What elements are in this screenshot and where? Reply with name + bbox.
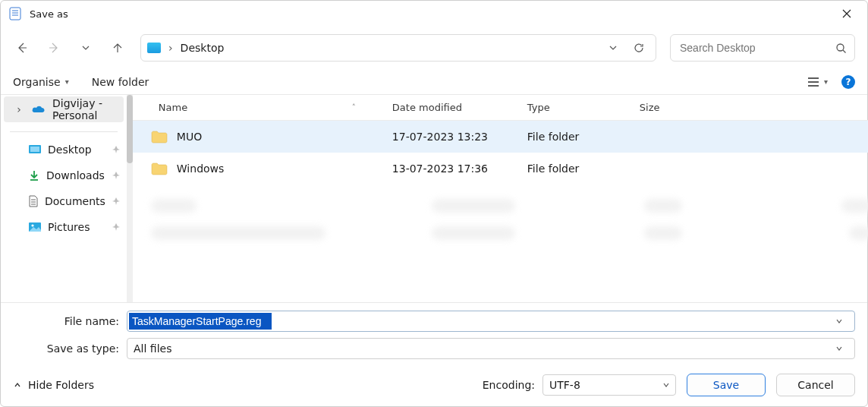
bottom-bar: Hide Folders Encoding: UTF-8 Save Cancel bbox=[1, 364, 867, 406]
nav-forward-button[interactable] bbox=[45, 39, 63, 57]
caret-down-icon: ▾ bbox=[65, 77, 69, 86]
save-as-type-label: Save as type: bbox=[13, 342, 119, 355]
sidebar-item-label: Desktop bbox=[48, 144, 105, 156]
chevron-up-icon bbox=[13, 380, 22, 390]
file-name-input[interactable] bbox=[129, 313, 272, 330]
save-as-type-combo[interactable]: All files bbox=[127, 338, 855, 359]
save-as-type-value: All files bbox=[129, 342, 176, 355]
svg-point-4 bbox=[837, 44, 844, 51]
sidebar-scrollbar[interactable] bbox=[127, 95, 133, 302]
scrollbar-thumb[interactable] bbox=[127, 95, 133, 163]
close-icon bbox=[842, 9, 851, 18]
sidebar-item-pictures[interactable]: Pictures bbox=[1, 214, 127, 240]
breadcrumb-location[interactable]: Desktop bbox=[181, 42, 225, 54]
app-icon bbox=[8, 7, 22, 21]
desktop-icon bbox=[28, 144, 42, 156]
arrow-right-icon bbox=[47, 41, 61, 55]
file-name-label: File name: bbox=[13, 315, 119, 327]
refresh-icon bbox=[633, 42, 645, 54]
file-type: File folder bbox=[518, 131, 631, 143]
titlebar: Save as bbox=[1, 1, 867, 27]
file-date: 13-07-2023 17:36 bbox=[383, 162, 518, 175]
column-header-size[interactable]: Size bbox=[631, 102, 697, 113]
column-header-date[interactable]: Date modified bbox=[383, 102, 518, 113]
sidebar-item-documents[interactable]: Documents bbox=[1, 188, 127, 214]
search-input[interactable] bbox=[678, 41, 835, 55]
nav-up-button[interactable] bbox=[108, 39, 127, 57]
arrow-left-icon bbox=[15, 41, 29, 55]
window-title: Save as bbox=[30, 8, 68, 20]
encoding-group: Encoding: UTF-8 bbox=[483, 374, 676, 396]
folder-icon bbox=[151, 130, 168, 144]
body: › Digvijay - Personal Desktop bbox=[1, 95, 867, 302]
download-icon bbox=[28, 169, 40, 181]
chevron-down-icon bbox=[80, 43, 91, 53]
chevron-down-icon[interactable] bbox=[835, 317, 851, 326]
new-folder-label: New folder bbox=[92, 76, 149, 88]
sidebar-item-label: Documents bbox=[45, 195, 105, 207]
sidebar-item-label: Pictures bbox=[48, 221, 105, 233]
file-type: File folder bbox=[518, 162, 631, 175]
caret-down-icon: ▾ bbox=[824, 77, 828, 86]
help-button[interactable]: ? bbox=[841, 75, 855, 89]
chevron-down-icon[interactable] bbox=[835, 344, 851, 353]
file-name: MUO bbox=[177, 131, 202, 143]
sidebar-item-label: Downloads bbox=[46, 169, 105, 181]
toolbar: Organise ▾ New folder ▾ ? bbox=[1, 69, 867, 95]
sidebar: › Digvijay - Personal Desktop bbox=[1, 95, 127, 302]
address-history-button[interactable] bbox=[602, 37, 624, 58]
folder-icon bbox=[151, 162, 168, 175]
sidebar-item-account[interactable]: › Digvijay - Personal bbox=[4, 96, 124, 122]
file-row[interactable]: Windows 13-07-2023 17:36 File folder bbox=[133, 153, 868, 185]
close-button[interactable] bbox=[829, 1, 864, 27]
organise-menu[interactable]: Organise ▾ bbox=[13, 76, 69, 88]
file-list: Name ˄ Date modified Type Size MUO 17-07… bbox=[133, 95, 868, 302]
sidebar-account-label: Digvijay - Personal bbox=[52, 97, 118, 121]
file-name: Windows bbox=[177, 162, 225, 175]
chevron-down-icon bbox=[608, 43, 618, 53]
address-bar[interactable]: › Desktop bbox=[140, 34, 656, 62]
nav-back-button[interactable] bbox=[13, 39, 31, 57]
dialog-save-as: Save as bbox=[0, 0, 868, 407]
onedrive-icon bbox=[31, 104, 46, 115]
svg-rect-0 bbox=[10, 8, 20, 20]
list-view-icon bbox=[807, 77, 819, 87]
column-headers: Name ˄ Date modified Type Size bbox=[133, 95, 868, 121]
desktop-icon bbox=[147, 43, 161, 53]
sidebar-item-downloads[interactable]: Downloads bbox=[1, 162, 127, 188]
search-icon bbox=[835, 43, 847, 54]
file-row[interactable]: MUO 17-07-2023 13:23 File folder bbox=[133, 121, 868, 153]
redacted-rows bbox=[133, 185, 868, 247]
arrow-up-icon bbox=[111, 41, 124, 55]
sidebar-item-desktop[interactable]: Desktop bbox=[1, 137, 127, 162]
new-folder-button[interactable]: New folder bbox=[92, 76, 149, 88]
hide-folders-button[interactable]: Hide Folders bbox=[13, 379, 94, 391]
file-date: 17-07-2023 13:23 bbox=[383, 131, 518, 143]
cancel-button[interactable]: Cancel bbox=[776, 374, 855, 396]
column-header-type[interactable]: Type bbox=[518, 102, 631, 113]
save-button[interactable]: Save bbox=[687, 374, 766, 396]
hide-folders-label: Hide Folders bbox=[28, 379, 94, 391]
svg-line-5 bbox=[843, 50, 846, 53]
search-box[interactable] bbox=[670, 34, 855, 62]
document-icon bbox=[28, 195, 39, 207]
svg-rect-10 bbox=[30, 147, 39, 152]
column-header-name[interactable]: Name ˄ bbox=[133, 102, 383, 113]
file-name-combo[interactable] bbox=[127, 311, 855, 332]
pin-icon bbox=[112, 222, 121, 232]
nav-recent-button[interactable] bbox=[77, 39, 95, 57]
refresh-button[interactable] bbox=[628, 37, 649, 58]
view-menu[interactable]: ▾ bbox=[807, 77, 828, 87]
encoding-select[interactable]: UTF-8 bbox=[542, 374, 676, 396]
pin-icon bbox=[112, 171, 121, 180]
organise-label: Organise bbox=[13, 76, 61, 88]
pin-icon bbox=[112, 197, 121, 206]
encoding-value: UTF-8 bbox=[549, 379, 580, 391]
pictures-icon bbox=[28, 222, 42, 232]
sidebar-divider bbox=[10, 131, 118, 132]
sort-asc-icon: ˄ bbox=[352, 103, 356, 112]
chevron-right-icon[interactable]: › bbox=[13, 103, 25, 115]
column-header-label: Name bbox=[159, 102, 187, 113]
form-area: File name: Save as type: All files bbox=[1, 302, 867, 364]
svg-point-16 bbox=[31, 224, 33, 226]
